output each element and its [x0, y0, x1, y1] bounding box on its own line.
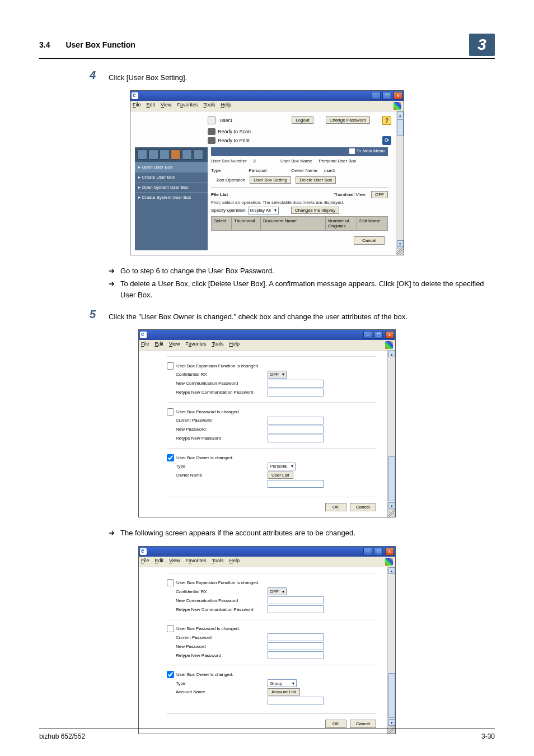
changes-display-button[interactable]: Changes the display	[291, 207, 340, 214]
retype-pw-input[interactable]	[268, 435, 324, 442]
scroll-down-arrow-icon[interactable]: ▾	[388, 502, 395, 509]
nav-icon-3[interactable]	[160, 150, 170, 160]
refresh-icon[interactable]: ⟳	[382, 136, 391, 145]
confidential-rx-select[interactable]: OFF▾	[268, 587, 287, 595]
thumbnail-off-button[interactable]: OFF	[371, 191, 388, 198]
owner-type-select[interactable]: Personal▾	[268, 463, 296, 470]
menu-favorites[interactable]: Favorites	[177, 102, 198, 110]
maximize-button[interactable]: □	[374, 548, 383, 556]
owner-name-input[interactable]	[268, 480, 324, 488]
user-box-setting-button[interactable]: User Box Setting	[250, 176, 291, 184]
chevron-down-icon: ▾	[292, 681, 294, 686]
expansion-checkbox[interactable]	[167, 362, 174, 370]
owner-checkbox[interactable]	[167, 454, 174, 461]
new-comm-pw-input[interactable]	[268, 596, 324, 604]
to-main-menu-link[interactable]: To Main Menu	[357, 148, 385, 153]
scroll-up-arrow-icon[interactable]: ▴	[397, 111, 404, 118]
delete-user-box-button[interactable]: Delete User Box	[296, 176, 336, 184]
menu-edit[interactable]: Edit	[155, 558, 164, 566]
sidebar-item-open-system-user-box[interactable]: ▸ Open System User Box	[135, 182, 208, 192]
scroll-thumb[interactable]	[388, 456, 395, 501]
scroll-up-arrow-icon[interactable]: ▴	[388, 567, 395, 574]
change-password-button[interactable]: Change Password	[326, 116, 370, 124]
nav-icon-6[interactable]	[193, 150, 203, 160]
browser-menu: File Edit View Favorites Tools Help	[139, 557, 395, 567]
menu-help[interactable]: Help	[221, 102, 231, 110]
sidebar-item-create-user-box[interactable]: ▸ Create User Box	[135, 172, 208, 182]
retype-pw-input[interactable]	[268, 651, 324, 659]
section-title: User Box Function	[65, 40, 469, 49]
minimize-button[interactable]: –	[372, 92, 381, 100]
close-button[interactable]: ×	[385, 548, 394, 556]
current-pw-input[interactable]	[268, 633, 324, 641]
specify-operation-select[interactable]: Display All▾	[248, 207, 279, 214]
owner-type-select[interactable]: Group▾	[268, 679, 297, 687]
nav-icon-1[interactable]	[137, 150, 147, 160]
cancel-button[interactable]: Cancel	[350, 720, 376, 728]
nav-icon-5[interactable]	[182, 150, 192, 160]
menu-help[interactable]: Help	[229, 341, 240, 349]
maximize-button[interactable]: □	[374, 331, 383, 339]
cancel-button[interactable]: Cancel	[350, 503, 376, 511]
password-checkbox[interactable]	[167, 408, 174, 416]
current-pw-label: Current Password	[167, 635, 268, 640]
chevron-down-icon: ▾	[291, 464, 293, 469]
confidential-rx-select[interactable]: OFF▾	[268, 371, 287, 379]
menu-help[interactable]: Help	[229, 558, 240, 566]
minimize-button[interactable]: –	[363, 331, 372, 339]
new-comm-pw-input[interactable]	[268, 380, 324, 388]
menu-tools[interactable]: Tools	[212, 341, 223, 349]
retype-comm-pw-input[interactable]	[268, 389, 324, 396]
password-checkbox[interactable]	[167, 625, 174, 632]
account-list-button[interactable]: Account List	[268, 688, 300, 696]
close-button[interactable]: ×	[385, 331, 394, 339]
menu-file[interactable]: File	[141, 558, 149, 566]
sidebar-item-create-system-user-box[interactable]: ▸ Create System User Box	[135, 192, 208, 202]
scroll-thumb[interactable]	[397, 119, 404, 136]
menu-favorites[interactable]: Favorites	[185, 558, 206, 566]
step-5-text: Click the "User Box Owner is changed." c…	[109, 308, 407, 323]
vertical-scrollbar[interactable]: ▴ ▾	[387, 351, 395, 517]
scroll-up-arrow-icon[interactable]: ▴	[388, 351, 395, 357]
user-list-button[interactable]: User List	[268, 472, 293, 479]
resize-grip-icon[interactable]	[396, 247, 404, 255]
menu-favorites[interactable]: Favorites	[185, 341, 206, 349]
menu-edit[interactable]: Edit	[155, 341, 164, 349]
retype-comm-pw-input[interactable]	[268, 605, 324, 613]
help-icon[interactable]: ?	[382, 116, 391, 125]
vertical-scrollbar[interactable]: ▴ ▾	[387, 567, 395, 734]
ok-button[interactable]: OK	[325, 503, 346, 511]
retype-pw-label: Retype New Password	[167, 653, 268, 658]
menu-view[interactable]: View	[169, 341, 180, 349]
new-pw-input[interactable]	[268, 426, 324, 433]
file-table-header: Select Thumbnail Document Name Number of…	[211, 216, 388, 231]
cancel-button[interactable]: Cancel	[354, 236, 385, 245]
menu-tools[interactable]: Tools	[203, 102, 215, 110]
vertical-scrollbar[interactable]: ▴ ▾	[396, 111, 404, 255]
menu-view[interactable]: View	[161, 102, 171, 110]
sidebar-item-open-user-box[interactable]: ▸ Open User Box	[135, 162, 208, 172]
owner-checkbox[interactable]	[167, 671, 174, 678]
expansion-checkbox[interactable]	[167, 579, 174, 586]
nav-icon-4[interactable]	[171, 150, 181, 160]
menu-tools[interactable]: Tools	[212, 558, 223, 566]
logout-button[interactable]: Logout	[292, 116, 313, 124]
resize-grip-icon[interactable]	[387, 509, 395, 517]
menu-edit[interactable]: Edit	[147, 102, 156, 110]
maximize-button[interactable]: □	[382, 92, 391, 100]
scroll-down-arrow-icon[interactable]: ▾	[388, 719, 395, 726]
menu-view[interactable]: View	[169, 558, 180, 566]
current-pw-input[interactable]	[268, 417, 324, 424]
new-pw-input[interactable]	[268, 642, 324, 650]
ready-scan-label: Ready to Scan	[218, 129, 251, 134]
account-name-input[interactable]	[268, 697, 324, 704]
menu-file[interactable]: FFileile	[133, 102, 141, 110]
step-4-number: 4	[90, 69, 109, 83]
scroll-thumb[interactable]	[388, 673, 395, 718]
close-button[interactable]: ×	[394, 92, 402, 100]
scroll-down-arrow-icon[interactable]: ▾	[397, 240, 404, 247]
ok-button[interactable]: OK	[325, 720, 346, 728]
minimize-button[interactable]: –	[363, 548, 372, 556]
nav-icon-2[interactable]	[148, 150, 158, 160]
menu-file[interactable]: File	[141, 341, 149, 349]
